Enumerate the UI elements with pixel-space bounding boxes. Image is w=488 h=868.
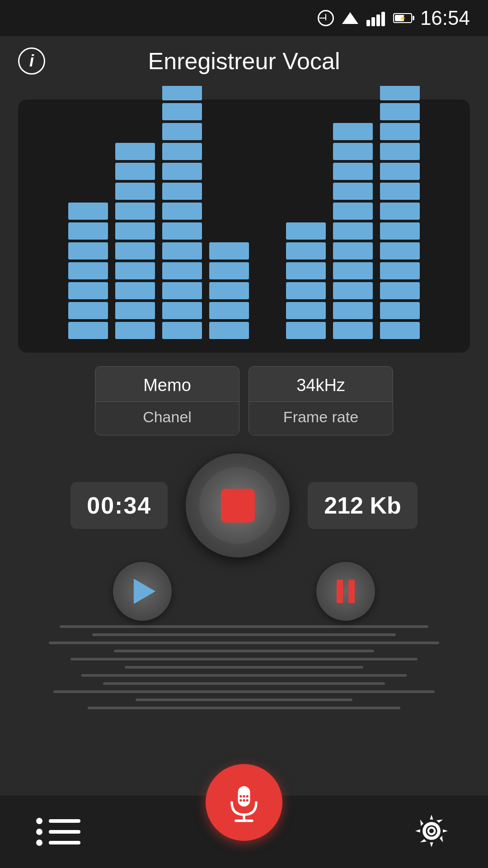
dot-1 bbox=[36, 818, 42, 824]
dot-2 bbox=[36, 829, 42, 835]
signal-icon bbox=[366, 10, 385, 26]
svg-point-3 bbox=[239, 795, 242, 797]
stop-button[interactable] bbox=[199, 467, 276, 544]
framerate-card[interactable]: 34kHz Frame rate bbox=[249, 366, 393, 435]
app-title: Enregistreur Vocal bbox=[148, 47, 340, 75]
stop-button-outer bbox=[186, 453, 290, 557]
line-2 bbox=[49, 830, 80, 834]
info-button[interactable]: i bbox=[18, 47, 45, 75]
svg-point-8 bbox=[246, 799, 249, 802]
battery-icon: ⚡ bbox=[393, 13, 412, 23]
alarm-icon bbox=[318, 10, 334, 26]
mic-icon bbox=[224, 782, 264, 823]
control-cards: Memo Chanel 34kHz Frame rate bbox=[0, 366, 488, 435]
framerate-label: Frame rate bbox=[249, 402, 393, 435]
list-menu-button[interactable] bbox=[36, 818, 80, 846]
pause-icon bbox=[337, 580, 355, 603]
dot-3 bbox=[36, 840, 42, 846]
channel-label: Chanel bbox=[95, 402, 239, 435]
svg-point-7 bbox=[243, 799, 245, 802]
time-display: 00:34 bbox=[70, 482, 168, 529]
header: i Enregistreur Vocal bbox=[0, 36, 488, 86]
record-fab-button[interactable] bbox=[206, 764, 282, 841]
status-icons: ⚡ 16:54 bbox=[318, 7, 470, 29]
play-icon bbox=[134, 579, 155, 604]
settings-button[interactable] bbox=[411, 811, 452, 853]
eq-bar-2 bbox=[115, 143, 155, 339]
framerate-value: 34kHz bbox=[249, 367, 393, 402]
svg-point-6 bbox=[239, 799, 242, 802]
size-display: 212 Kb bbox=[308, 482, 418, 529]
line-1 bbox=[49, 819, 80, 823]
channel-value: Memo bbox=[95, 367, 239, 402]
status-time: 16:54 bbox=[420, 7, 470, 29]
status-bar: ⚡ 16:54 bbox=[0, 0, 488, 36]
eq-bar-7 bbox=[380, 63, 420, 339]
stop-icon bbox=[221, 489, 255, 523]
eq-bar-5 bbox=[286, 222, 326, 339]
bottom-bar bbox=[0, 796, 488, 868]
line-3 bbox=[49, 841, 80, 844]
waveform-display bbox=[27, 625, 461, 709]
eq-bar-4 bbox=[209, 242, 249, 339]
secondary-transport bbox=[0, 562, 488, 621]
eq-bar-6 bbox=[333, 123, 373, 339]
svg-point-5 bbox=[246, 795, 249, 797]
equalizer-display bbox=[18, 99, 470, 353]
channel-card[interactable]: Memo Chanel bbox=[95, 366, 239, 435]
svg-point-4 bbox=[243, 795, 245, 797]
play-button[interactable] bbox=[113, 562, 172, 621]
eq-bar-1 bbox=[68, 203, 108, 339]
transport-controls: 00:34 212 Kb bbox=[0, 453, 488, 557]
wifi-icon bbox=[342, 12, 358, 24]
eq-bar-3 bbox=[162, 83, 202, 339]
pause-button[interactable] bbox=[316, 562, 375, 621]
